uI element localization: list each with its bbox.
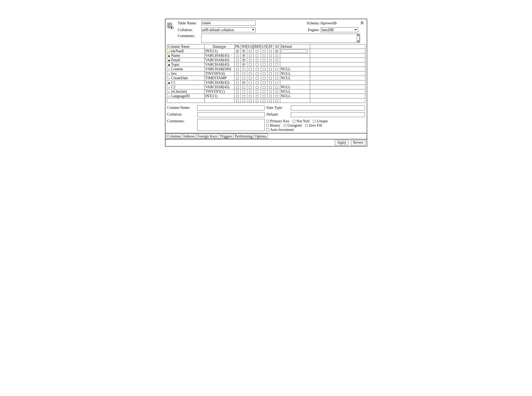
grid-checkbox[interactable] <box>256 95 258 98</box>
grid-checkbox[interactable] <box>249 59 251 62</box>
grid-checkbox[interactable] <box>275 86 278 89</box>
grid-checkbox[interactable] <box>236 99 239 102</box>
grid-checkbox[interactable] <box>269 64 272 66</box>
grid-checkbox[interactable] <box>275 68 278 71</box>
table-row[interactable]: ◇CreateDateTIMESTAMPNULL <box>167 76 365 80</box>
grid-checkbox[interactable] <box>263 82 265 84</box>
grid-checkbox[interactable] <box>269 82 272 84</box>
grid-checkbox[interactable] <box>275 77 278 80</box>
grid-checkbox[interactable] <box>249 82 251 84</box>
grid-checkbox[interactable] <box>263 99 265 102</box>
engine-select[interactable]: InnoDB <box>321 27 358 32</box>
collapse-icon[interactable] <box>359 21 365 25</box>
grid-checkbox[interactable] <box>256 72 258 75</box>
grid-checkbox[interactable] <box>263 68 265 71</box>
columns-table[interactable]: Column Name Datatype PK NN UQ BIN UN ZF … <box>167 44 365 103</box>
grid-checkbox[interactable] <box>275 50 278 53</box>
collation-select[interactable]: utf8-default collation <box>201 27 256 32</box>
grid-checkbox[interactable] <box>243 68 245 71</box>
grid-checkbox[interactable] <box>263 50 265 53</box>
grid-checkbox[interactable] <box>275 82 278 84</box>
grid-checkbox[interactable] <box>249 86 251 89</box>
grid-checkbox[interactable] <box>275 99 278 102</box>
grid-checkbox[interactable] <box>256 59 258 62</box>
tab-indexes[interactable]: Indexes <box>182 134 196 139</box>
grid-checkbox[interactable] <box>263 54 265 57</box>
grid-checkbox[interactable] <box>275 59 278 62</box>
table-row[interactable]: ◇ContentVARCHAR(500)NULL <box>167 67 365 71</box>
grid-checkbox[interactable] <box>269 77 272 80</box>
revert-button[interactable]: Revert <box>351 140 365 145</box>
flag-ai-checkbox[interactable] <box>266 128 269 131</box>
tab-columns[interactable]: Columns <box>166 134 182 139</box>
grid-checkbox[interactable] <box>236 50 239 53</box>
grid-checkbox[interactable] <box>236 59 239 62</box>
detail-column-name-input[interactable] <box>197 105 265 110</box>
grid-checkbox[interactable] <box>269 72 272 75</box>
grid-checkbox[interactable] <box>243 77 245 80</box>
grid-checkbox[interactable] <box>236 72 239 75</box>
grid-checkbox[interactable] <box>243 90 245 93</box>
grid-checkbox[interactable] <box>275 95 278 98</box>
table-row[interactable] <box>167 98 365 103</box>
grid-checkbox[interactable] <box>236 82 239 84</box>
grid-checkbox[interactable] <box>243 59 245 62</box>
table-row[interactable]: ◆C1VARCHAR(45) <box>167 80 365 85</box>
grid-checkbox[interactable] <box>249 77 251 80</box>
detail-collation-input[interactable] <box>197 112 265 117</box>
grid-checkbox[interactable] <box>243 72 245 75</box>
grid-checkbox[interactable] <box>263 95 265 98</box>
grid-checkbox[interactable] <box>275 72 278 75</box>
grid-checkbox[interactable] <box>263 86 265 89</box>
grid-checkbox[interactable] <box>236 68 239 71</box>
grid-checkbox[interactable] <box>236 95 239 98</box>
grid-checkbox[interactable] <box>243 99 245 102</box>
grid-checkbox[interactable] <box>249 64 251 66</box>
grid-checkbox[interactable] <box>243 64 245 66</box>
apply-button[interactable]: Apply <box>335 140 348 145</box>
grid-checkbox[interactable] <box>256 77 258 80</box>
grid-checkbox[interactable] <box>249 90 251 93</box>
grid-checkbox[interactable] <box>249 99 251 102</box>
grid-checkbox[interactable] <box>236 54 239 57</box>
grid-checkbox[interactable] <box>256 68 258 71</box>
grid-checkbox[interactable] <box>263 59 265 62</box>
flag-un-checkbox[interactable] <box>284 124 286 127</box>
tab-options[interactable]: Options <box>253 134 268 139</box>
flag-bin-checkbox[interactable] <box>266 124 269 127</box>
grid-checkbox[interactable] <box>269 99 272 102</box>
table-comments-input[interactable] <box>201 34 360 43</box>
detail-default-input[interactable] <box>291 112 365 117</box>
default-value-input[interactable] <box>281 50 308 53</box>
grid-checkbox[interactable] <box>243 86 245 89</box>
grid-checkbox[interactable] <box>243 50 245 53</box>
grid-checkbox[interactable] <box>249 68 251 71</box>
grid-checkbox[interactable] <box>275 90 278 93</box>
table-row[interactable]: ◆NameVARCHAR(45) <box>167 53 365 58</box>
table-row[interactable]: ◆TopicVARCHAR(45) <box>167 62 365 67</box>
flag-zf-checkbox[interactable] <box>305 124 308 127</box>
table-row[interactable]: ◇isCheckedTINYINT(1)NULL <box>167 89 365 94</box>
grid-checkbox[interactable] <box>263 77 265 80</box>
grid-checkbox[interactable] <box>269 59 272 62</box>
grid-checkbox[interactable] <box>269 95 272 98</box>
grid-checkbox[interactable] <box>256 50 258 53</box>
detail-comments-input[interactable] <box>197 119 265 131</box>
grid-checkbox[interactable] <box>269 54 272 57</box>
table-row[interactable]: ◇SexTINYINT(4)NULL <box>167 71 365 76</box>
grid-checkbox[interactable] <box>249 72 251 75</box>
grid-checkbox[interactable] <box>256 64 258 66</box>
tab-foreign-keys[interactable]: Foreign Keys <box>196 134 219 139</box>
table-name-input[interactable]: znane <box>201 21 256 25</box>
table-row[interactable]: 🔑idzNanEINT(11) <box>167 49 365 53</box>
grid-checkbox[interactable] <box>263 90 265 93</box>
grid-checkbox[interactable] <box>269 86 272 89</box>
table-row[interactable]: ◆EmailVARCHAR(45) <box>167 58 365 62</box>
grid-checkbox[interactable] <box>256 54 258 57</box>
grid-checkbox[interactable] <box>256 82 258 84</box>
flag-nn-checkbox[interactable] <box>293 120 295 122</box>
grid-checkbox[interactable] <box>256 86 258 89</box>
grid-checkbox[interactable] <box>256 99 258 102</box>
detail-datatype-input[interactable] <box>291 105 365 110</box>
grid-checkbox[interactable] <box>249 95 251 98</box>
